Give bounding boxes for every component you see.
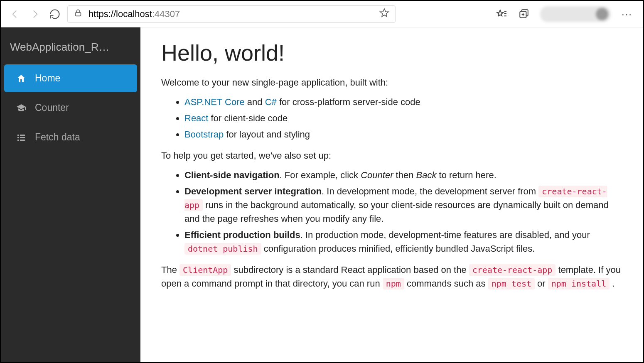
favorites-button[interactable] bbox=[495, 8, 508, 20]
list-item: Efficient production builds. In producti… bbox=[184, 228, 622, 255]
arrow-left-icon bbox=[10, 9, 20, 20]
list-item: ASP.NET Core and C# for cross-platform s… bbox=[184, 95, 622, 109]
code-snippet: npm install bbox=[548, 278, 610, 289]
url-host: localhost bbox=[116, 9, 152, 19]
aspnet-link[interactable]: ASP.NET Core bbox=[184, 97, 245, 107]
list-icon bbox=[16, 132, 27, 142]
url-port: :44307 bbox=[152, 9, 180, 19]
back-button[interactable] bbox=[7, 7, 22, 22]
list-item: Client-side navigation. For example, cli… bbox=[184, 168, 622, 182]
favorite-star-button[interactable] bbox=[379, 8, 389, 20]
main-content: Hello, world! Welcome to your new single… bbox=[140, 27, 643, 362]
sidebar-item-label: Fetch data bbox=[35, 132, 80, 143]
setup-intro: To help you get started, we've also set … bbox=[161, 149, 622, 162]
app-body: WebApplication_R… Home Counter Fetch dat… bbox=[1, 27, 643, 362]
collections-button[interactable] bbox=[518, 8, 530, 20]
react-link[interactable]: React bbox=[184, 113, 208, 123]
code-snippet: npm bbox=[383, 278, 404, 289]
sidebar-item-counter[interactable]: Counter bbox=[4, 94, 137, 122]
star-icon bbox=[379, 8, 389, 18]
menu-button[interactable]: ··· bbox=[621, 8, 633, 20]
tech-stack-list: ASP.NET Core and C# for cross-platform s… bbox=[184, 95, 622, 141]
svg-rect-9 bbox=[17, 135, 19, 136]
svg-rect-10 bbox=[20, 135, 25, 136]
sidebar-item-fetch-data[interactable]: Fetch data bbox=[4, 123, 137, 151]
refresh-icon bbox=[49, 8, 61, 20]
app-title: WebApplication_R… bbox=[1, 36, 140, 63]
svg-marker-2 bbox=[497, 10, 503, 16]
grad-cap-icon bbox=[16, 103, 27, 113]
star-lines-icon bbox=[496, 9, 507, 20]
svg-rect-13 bbox=[17, 140, 19, 141]
list-item: Bootstrap for layout and styling bbox=[184, 128, 622, 141]
collections-icon bbox=[519, 9, 529, 20]
svg-rect-14 bbox=[20, 140, 25, 141]
url-scheme: https:// bbox=[88, 9, 116, 19]
csharp-link[interactable]: C# bbox=[265, 97, 277, 107]
sidebar-item-home[interactable]: Home bbox=[4, 64, 137, 92]
browser-toolbar: https://localhost:44307 ··· bbox=[1, 1, 643, 27]
svg-marker-1 bbox=[380, 9, 388, 17]
home-icon bbox=[16, 74, 27, 83]
sidebar-item-label: Counter bbox=[35, 102, 69, 113]
svg-rect-12 bbox=[20, 137, 25, 138]
arrow-right-icon bbox=[29, 9, 40, 20]
code-snippet: create-react-app bbox=[469, 264, 556, 276]
more-icon: ··· bbox=[622, 8, 632, 20]
code-snippet: dotnet publish bbox=[184, 243, 261, 255]
svg-rect-0 bbox=[76, 12, 81, 16]
list-item: React for client-side code bbox=[184, 111, 622, 125]
setup-list: Client-side navigation. For example, cli… bbox=[184, 168, 622, 255]
intro-text: Welcome to your new single-page applicat… bbox=[161, 76, 622, 89]
address-bar[interactable]: https://localhost:44307 bbox=[67, 5, 396, 23]
forward-button[interactable] bbox=[27, 7, 42, 22]
code-snippet: npm test bbox=[488, 278, 535, 289]
sidebar-item-label: Home bbox=[35, 73, 60, 84]
url-text: https://localhost:44307 bbox=[88, 9, 180, 20]
lock-icon bbox=[74, 8, 83, 20]
footer-paragraph: The ClientApp subdirectory is a standard… bbox=[161, 263, 622, 290]
page-heading: Hello, world! bbox=[161, 40, 622, 66]
code-snippet: ClientApp bbox=[179, 264, 231, 276]
list-item: Development server integration. In devel… bbox=[184, 184, 622, 226]
svg-rect-11 bbox=[17, 137, 19, 138]
bootstrap-link[interactable]: Bootstrap bbox=[184, 129, 224, 140]
browser-right-controls: ··· bbox=[495, 6, 637, 22]
refresh-button[interactable] bbox=[47, 7, 62, 22]
profile-button[interactable] bbox=[540, 6, 611, 22]
sidebar: WebApplication_R… Home Counter Fetch dat… bbox=[1, 27, 140, 362]
